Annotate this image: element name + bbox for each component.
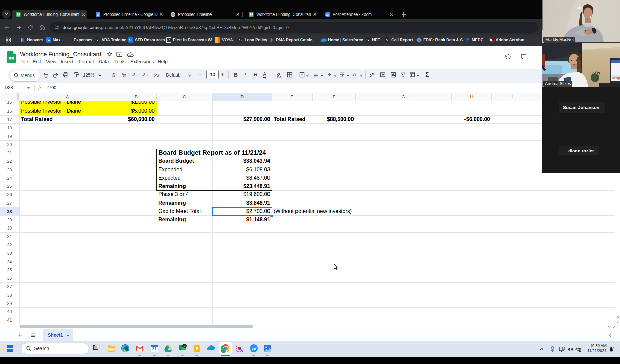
svg-text:S›: S› [129,38,133,42]
svg-text:S: S [366,38,369,42]
svg-text:S: S [239,38,241,42]
svg-text:31: 31 [152,347,156,351]
svg-text:S›: S› [47,38,50,42]
svg-text:zm: zm [326,13,329,16]
svg-text:z: z [613,347,614,349]
svg-text:2: 2 [184,344,185,348]
svg-text:S: S [95,38,98,42]
svg-text:S: S [386,38,388,42]
svg-text:zm: zm [252,347,255,350]
